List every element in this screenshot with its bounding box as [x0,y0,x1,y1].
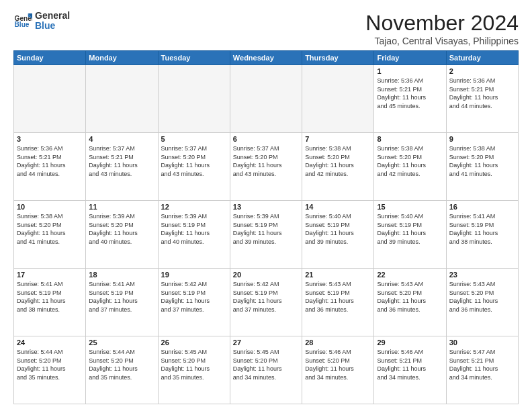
calendar-cell: 10Sunrise: 5:38 AM Sunset: 5:20 PM Dayli… [14,201,86,269]
calendar-cell: 14Sunrise: 5:40 AM Sunset: 5:19 PM Dayli… [302,201,374,269]
day-info: Sunrise: 5:43 AM Sunset: 5:20 PM Dayligh… [377,280,443,314]
day-number: 15 [377,203,443,211]
calendar-cell: 9Sunrise: 5:38 AM Sunset: 5:20 PM Daylig… [446,133,518,201]
day-info: Sunrise: 5:42 AM Sunset: 5:19 PM Dayligh… [233,280,299,314]
calendar-cell: 16Sunrise: 5:41 AM Sunset: 5:19 PM Dayli… [446,201,518,269]
calendar-cell: 18Sunrise: 5:41 AM Sunset: 5:19 PM Dayli… [86,269,158,336]
day-info: Sunrise: 5:41 AM Sunset: 5:19 PM Dayligh… [449,212,515,246]
day-info: Sunrise: 5:43 AM Sunset: 5:19 PM Dayligh… [305,280,371,314]
day-info: Sunrise: 5:39 AM Sunset: 5:19 PM Dayligh… [161,212,227,246]
calendar-week-row: 3Sunrise: 5:36 AM Sunset: 5:21 PM Daylig… [14,133,519,201]
day-number: 5 [161,135,227,143]
day-header-wednesday: Wednesday [230,51,302,65]
day-info: Sunrise: 5:40 AM Sunset: 5:19 PM Dayligh… [305,212,371,246]
day-info: Sunrise: 5:44 AM Sunset: 5:20 PM Dayligh… [89,348,154,381]
day-number: 6 [233,135,299,143]
calendar-cell: 25Sunrise: 5:44 AM Sunset: 5:20 PM Dayli… [86,336,158,404]
day-number: 14 [305,203,371,211]
day-header-friday: Friday [374,51,446,65]
calendar-cell: 17Sunrise: 5:41 AM Sunset: 5:19 PM Dayli… [14,269,86,336]
day-info: Sunrise: 5:41 AM Sunset: 5:19 PM Dayligh… [17,280,83,314]
day-info: Sunrise: 5:44 AM Sunset: 5:20 PM Dayligh… [17,348,83,381]
day-number: 19 [161,271,227,279]
calendar-cell [14,65,86,133]
logo-line1: General [35,11,70,21]
calendar-week-row: 10Sunrise: 5:38 AM Sunset: 5:20 PM Dayli… [14,201,519,269]
calendar-week-row: 1Sunrise: 5:36 AM Sunset: 5:21 PM Daylig… [14,65,519,133]
calendar-cell: 24Sunrise: 5:44 AM Sunset: 5:20 PM Dayli… [14,336,86,404]
calendar-cell: 23Sunrise: 5:43 AM Sunset: 5:20 PM Dayli… [446,269,518,336]
day-number: 8 [377,135,443,143]
day-info: Sunrise: 5:37 AM Sunset: 5:21 PM Dayligh… [89,144,154,178]
day-number: 27 [233,338,299,347]
calendar-cell: 20Sunrise: 5:42 AM Sunset: 5:19 PM Dayli… [230,269,302,336]
day-number: 16 [449,203,515,211]
calendar-cell: 7Sunrise: 5:38 AM Sunset: 5:20 PM Daylig… [302,133,374,201]
calendar-week-row: 24Sunrise: 5:44 AM Sunset: 5:20 PM Dayli… [14,336,519,404]
calendar-cell [86,65,158,133]
calendar-cell: 19Sunrise: 5:42 AM Sunset: 5:19 PM Dayli… [158,269,230,336]
day-info: Sunrise: 5:45 AM Sunset: 5:20 PM Dayligh… [161,348,227,381]
day-number: 30 [449,338,515,347]
calendar-cell: 6Sunrise: 5:37 AM Sunset: 5:20 PM Daylig… [230,133,302,201]
day-number: 28 [305,338,371,347]
calendar-cell: 15Sunrise: 5:40 AM Sunset: 5:19 PM Dayli… [374,201,446,269]
calendar-cell: 21Sunrise: 5:43 AM Sunset: 5:19 PM Dayli… [302,269,374,336]
logo-icon: General Blue [13,11,32,30]
day-header-sunday: Sunday [14,51,86,65]
day-info: Sunrise: 5:36 AM Sunset: 5:21 PM Dayligh… [449,77,515,110]
day-number: 26 [161,338,227,347]
location-subtitle: Tajao, Central Visayas, Philippines [365,36,519,46]
calendar-cell: 2Sunrise: 5:36 AM Sunset: 5:21 PM Daylig… [446,65,518,133]
day-number: 18 [89,271,154,279]
calendar-cell: 22Sunrise: 5:43 AM Sunset: 5:20 PM Dayli… [374,269,446,336]
day-info: Sunrise: 5:37 AM Sunset: 5:20 PM Dayligh… [233,144,299,178]
day-info: Sunrise: 5:43 AM Sunset: 5:20 PM Dayligh… [449,280,515,314]
day-header-thursday: Thursday [302,51,374,65]
calendar-table: SundayMondayTuesdayWednesdayThursdayFrid… [13,50,519,404]
day-info: Sunrise: 5:38 AM Sunset: 5:20 PM Dayligh… [17,212,83,246]
calendar-cell: 11Sunrise: 5:39 AM Sunset: 5:20 PM Dayli… [86,201,158,269]
calendar-cell: 5Sunrise: 5:37 AM Sunset: 5:20 PM Daylig… [158,133,230,201]
day-info: Sunrise: 5:39 AM Sunset: 5:19 PM Dayligh… [233,212,299,246]
calendar-cell: 29Sunrise: 5:46 AM Sunset: 5:21 PM Dayli… [374,336,446,404]
day-number: 1 [377,67,443,75]
day-info: Sunrise: 5:36 AM Sunset: 5:21 PM Dayligh… [17,144,83,178]
day-number: 22 [377,271,443,279]
day-header-monday: Monday [86,51,158,65]
day-info: Sunrise: 5:37 AM Sunset: 5:20 PM Dayligh… [161,144,227,178]
day-info: Sunrise: 5:38 AM Sunset: 5:20 PM Dayligh… [449,144,515,178]
day-number: 17 [17,271,83,279]
calendar-cell: 1Sunrise: 5:36 AM Sunset: 5:21 PM Daylig… [374,65,446,133]
day-info: Sunrise: 5:42 AM Sunset: 5:19 PM Dayligh… [161,280,227,314]
calendar-header-row: SundayMondayTuesdayWednesdayThursdayFrid… [14,51,519,65]
day-header-tuesday: Tuesday [158,51,230,65]
day-number: 4 [89,135,154,143]
day-number: 12 [161,203,227,211]
day-info: Sunrise: 5:46 AM Sunset: 5:21 PM Dayligh… [377,348,443,381]
day-number: 7 [305,135,371,143]
calendar-cell: 12Sunrise: 5:39 AM Sunset: 5:19 PM Dayli… [158,201,230,269]
day-number: 3 [17,135,83,143]
title-block: November 2024 Tajao, Central Visayas, Ph… [365,11,519,46]
day-number: 25 [89,338,154,347]
day-info: Sunrise: 5:38 AM Sunset: 5:20 PM Dayligh… [305,144,371,178]
day-header-saturday: Saturday [446,51,518,65]
day-info: Sunrise: 5:41 AM Sunset: 5:19 PM Dayligh… [89,280,154,314]
calendar-cell [230,65,302,133]
calendar-cell: 27Sunrise: 5:45 AM Sunset: 5:20 PM Dayli… [230,336,302,404]
logo: General Blue General Blue [13,11,70,32]
day-info: Sunrise: 5:47 AM Sunset: 5:21 PM Dayligh… [449,348,515,381]
calendar-cell [158,65,230,133]
calendar-cell [302,65,374,133]
day-info: Sunrise: 5:40 AM Sunset: 5:19 PM Dayligh… [377,212,443,246]
day-info: Sunrise: 5:39 AM Sunset: 5:20 PM Dayligh… [89,212,154,246]
calendar-cell: 3Sunrise: 5:36 AM Sunset: 5:21 PM Daylig… [14,133,86,201]
day-number: 23 [449,271,515,279]
day-number: 29 [377,338,443,347]
day-info: Sunrise: 5:36 AM Sunset: 5:21 PM Dayligh… [377,77,443,110]
day-number: 9 [449,135,515,143]
calendar-cell: 26Sunrise: 5:45 AM Sunset: 5:20 PM Dayli… [158,336,230,404]
month-title: November 2024 [365,11,519,36]
day-info: Sunrise: 5:38 AM Sunset: 5:20 PM Dayligh… [377,144,443,178]
